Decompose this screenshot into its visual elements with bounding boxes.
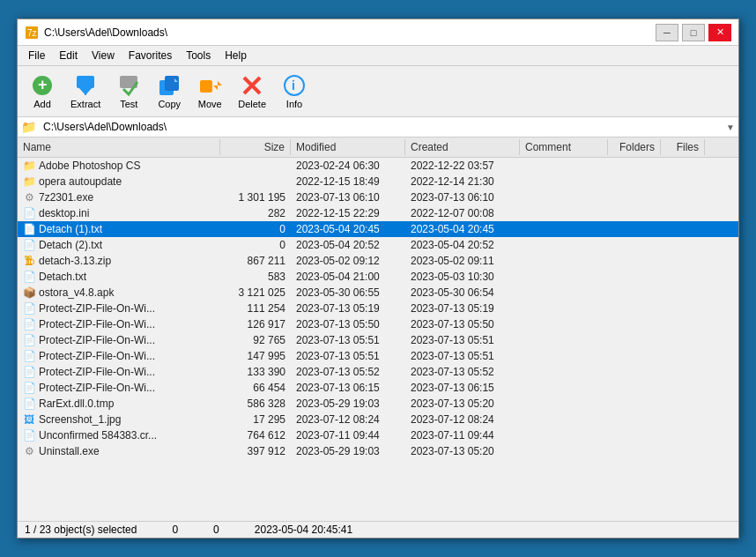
column-comment[interactable]: Comment (520, 139, 608, 155)
file-created-cell: 2022-12-07 00:08 (405, 206, 520, 220)
table-row[interactable]: 📄 Protect-ZIP-File-On-Wi... 147 995 2023… (18, 348, 738, 364)
file-modified-cell: 2023-05-02 09:12 (291, 254, 405, 268)
copy-button[interactable]: Copy (150, 70, 189, 113)
column-folders[interactable]: Folders (608, 139, 661, 155)
file-created-cell: 2023-07-13 05:20 (405, 444, 520, 458)
file-comment-cell (520, 181, 608, 182)
table-row[interactable]: 📄 Unconfirmed 584383.cr... 764 612 2023-… (18, 427, 738, 443)
file-folders-cell (608, 450, 661, 452)
file-comment-cell (520, 434, 608, 436)
file-files-cell (661, 371, 705, 373)
table-row[interactable]: 🗜 detach-3.13.zip 867 211 2023-05-02 09:… (18, 253, 738, 269)
status-selection: 1 / 23 object(s) selected (25, 524, 137, 536)
file-name-cell: 📄 Detach.txt (18, 270, 220, 284)
file-files-cell (661, 434, 705, 436)
file-created-cell: 2023-07-11 09:44 (405, 428, 520, 442)
file-size-cell: 133 390 (220, 365, 291, 379)
file-files-cell (661, 244, 705, 246)
file-folders-cell (608, 292, 661, 293)
file-folders-cell (608, 403, 661, 405)
table-row[interactable]: 📄 Protect-ZIP-File-On-Wi... 111 254 2023… (18, 301, 738, 316)
file-list-scroll[interactable]: 📁 Adobe Photoshop CS 2023-02-24 06:30 20… (18, 158, 738, 521)
move-label: Move (198, 99, 222, 109)
delete-button[interactable]: Delete (231, 70, 273, 113)
table-row[interactable]: 📄 Protect-ZIP-File-On-Wi... 126 917 2023… (18, 316, 738, 332)
minimize-button[interactable]: ─ (656, 24, 678, 41)
menu-edit[interactable]: Edit (52, 48, 85, 63)
file-created-cell: 2023-07-13 05:51 (405, 349, 520, 363)
file-created-cell: 2023-07-12 08:24 (405, 412, 520, 427)
file-created-cell: 2023-05-30 06:54 (405, 286, 520, 300)
table-row[interactable]: 📦 ostora_v4.8.apk 3 121 025 2023-05-30 0… (18, 285, 738, 301)
table-row[interactable]: 📄 Protect-ZIP-File-On-Wi... 92 765 2023-… (18, 332, 738, 348)
file-files-cell (661, 387, 705, 389)
file-folders-cell (608, 165, 661, 167)
file-folders-cell (608, 371, 661, 373)
file-folders-cell (608, 260, 661, 262)
menu-file[interactable]: File (21, 48, 52, 63)
zip-icon: 🗜 (23, 255, 35, 267)
table-row[interactable]: 📁 opera autoupdate 2022-12-15 18:49 2022… (18, 174, 738, 189)
file-folders-cell (608, 339, 661, 341)
file-files-cell (661, 450, 705, 452)
table-row[interactable]: ⚙ Uninstall.exe 397 912 2023-05-29 19:03… (18, 443, 738, 459)
file-name-cell: 📁 Adobe Photoshop CS (18, 159, 220, 173)
menu-tools[interactable]: Tools (179, 48, 218, 63)
file-modified-cell: 2022-12-15 18:49 (291, 175, 405, 189)
file-folders-cell (608, 276, 661, 278)
file-name-cell: 📦 ostora_v4.8.apk (18, 286, 220, 300)
table-row[interactable]: 📄 RarExt.dll.0.tmp 586 328 2023-05-29 19… (18, 396, 738, 412)
file-modified-cell: 2023-07-11 09:44 (291, 428, 405, 442)
table-row[interactable]: 📄 Detach.txt 583 2023-05-04 21:00 2023-0… (18, 269, 738, 285)
table-row[interactable]: 📄 Protect-ZIP-File-On-Wi... 66 454 2023-… (18, 380, 738, 396)
close-button[interactable]: ✕ (708, 24, 731, 41)
maximize-button[interactable]: □ (682, 24, 705, 41)
file-size-cell: 764 612 (220, 428, 291, 442)
column-modified[interactable]: Modified (291, 139, 405, 155)
file-created-cell: 2023-07-13 05:19 (405, 301, 520, 316)
title-bar: 7z C:\Users\Adel\Downloads\ ─ □ ✕ (18, 19, 738, 46)
svg-marker-12 (213, 81, 222, 90)
file-name-cell: ⚙ Uninstall.exe (18, 444, 220, 458)
apk-icon: 📦 (23, 286, 35, 299)
file-files-cell (661, 197, 705, 198)
file-size-cell: 282 (220, 206, 291, 220)
table-row[interactable]: 📄 Detach (2).txt 0 2023-05-04 20:52 2023… (18, 237, 738, 253)
app-icon: 7z (25, 26, 39, 40)
file-comment-cell (520, 212, 608, 214)
add-button[interactable]: + Add (23, 70, 62, 113)
file-name-cell: 📄 Protect-ZIP-File-On-Wi... (18, 317, 220, 331)
svg-text:+: + (38, 76, 48, 93)
table-row[interactable]: 📄 Protect-ZIP-File-On-Wi... 133 390 2023… (18, 364, 738, 380)
column-created[interactable]: Created (405, 139, 520, 155)
menu-favorites[interactable]: Favorites (122, 48, 179, 63)
column-files[interactable]: Files (661, 139, 705, 155)
test-button[interactable]: Test (109, 70, 148, 113)
table-row[interactable]: 🖼 Screenshot_1.jpg 17 295 2023-07-12 08:… (18, 412, 738, 427)
file-created-cell: 2023-05-04 20:45 (405, 222, 520, 236)
file-name-cell: ⚙ 7z2301.exe (18, 190, 220, 204)
folder-up-icon[interactable]: 📁 (21, 120, 36, 134)
table-row[interactable]: 📄 Detach (1).txt 0 2023-05-04 20:45 2023… (18, 221, 738, 237)
address-dropdown-icon[interactable]: ▼ (726, 123, 735, 132)
menu-view[interactable]: View (85, 48, 122, 63)
file-comment-cell (520, 308, 608, 309)
file-comment-cell (520, 419, 608, 420)
address-input[interactable] (40, 120, 723, 134)
column-size[interactable]: Size (220, 139, 291, 155)
menu-help[interactable]: Help (218, 48, 254, 63)
svg-text:7z: 7z (27, 28, 37, 38)
file-list-header: Name Size Modified Created Comment Folde… (18, 137, 738, 158)
file-size-cell (220, 165, 291, 167)
table-row[interactable]: ⚙ 7z2301.exe 1 301 195 2023-07-13 06:10 … (18, 189, 738, 205)
move-button[interactable]: Move (190, 70, 229, 113)
file-size-cell: 0 (220, 238, 291, 252)
table-row[interactable]: 📄 desktop.ini 282 2022-12-15 22:29 2022-… (18, 205, 738, 221)
title-controls: ─ □ ✕ (656, 24, 731, 41)
column-name[interactable]: Name (18, 139, 220, 155)
info-button[interactable]: i Info (275, 70, 314, 113)
file-size-cell: 867 211 (220, 254, 291, 268)
file-name-cell: 📄 Protect-ZIP-File-On-Wi... (18, 381, 220, 395)
table-row[interactable]: 📁 Adobe Photoshop CS 2023-02-24 06:30 20… (18, 158, 738, 174)
extract-button[interactable]: Extract (63, 70, 107, 113)
